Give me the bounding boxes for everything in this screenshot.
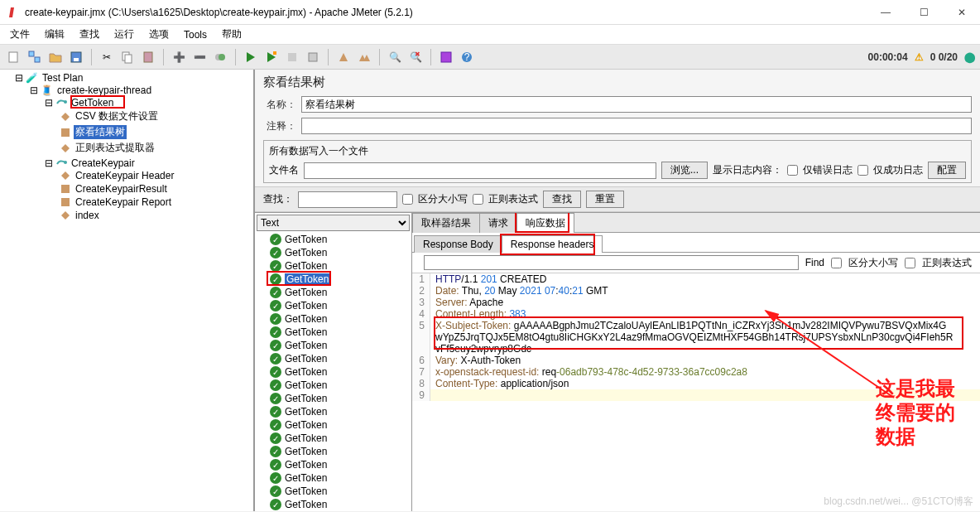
success-icon: ✓ (270, 432, 281, 444)
result-item[interactable]: ✓GetToken (255, 326, 411, 339)
success-icon: ✓ (270, 419, 281, 431)
success-icon: ✓ (270, 287, 281, 298)
clear-all-button[interactable] (355, 48, 373, 66)
find-case-check[interactable] (831, 258, 842, 268)
result-item[interactable]: ✓GetToken (255, 339, 411, 352)
menu-edit[interactable]: 编辑 (38, 26, 71, 43)
success-icon: ✓ (270, 499, 281, 510)
tree-gettoken[interactable]: GetToken (70, 97, 115, 109)
result-item[interactable]: ✓GetToken (255, 273, 411, 286)
result-item[interactable]: ✓GetToken (255, 286, 411, 299)
maximize-button[interactable]: ☐ (912, 7, 935, 18)
tree-csv[interactable]: CSV 数据文件设置 (74, 109, 160, 123)
note-input[interactable] (301, 118, 972, 134)
elapsed-time: 00:00:04 (868, 51, 908, 63)
regex-check[interactable] (473, 194, 483, 205)
clear-button[interactable] (334, 48, 353, 66)
result-item[interactable]: ✓GetToken (255, 418, 411, 432)
success-icon: ✓ (270, 393, 281, 404)
search-button[interactable]: 查找 (543, 191, 581, 208)
result-item[interactable]: ✓GetToken (255, 471, 411, 485)
only-error-check[interactable] (787, 165, 798, 176)
find-regex-check[interactable] (905, 258, 915, 268)
cut-button[interactable]: ✂ (98, 48, 116, 66)
results-list[interactable]: ✓GetToken✓GetToken✓GetToken✓GetToken✓Get… (255, 233, 411, 511)
new-button[interactable] (5, 48, 23, 66)
case-check[interactable] (402, 194, 413, 205)
templates-button[interactable] (26, 48, 44, 66)
only-ok-check[interactable] (858, 165, 868, 176)
result-item[interactable]: ✓GetToken (255, 432, 411, 445)
name-input[interactable] (301, 96, 972, 113)
tab-response[interactable]: 响应数据 (516, 213, 574, 233)
result-item[interactable]: ✓GetToken (255, 365, 411, 379)
paste-button[interactable] (139, 48, 157, 66)
save-button[interactable] (67, 48, 85, 66)
result-item[interactable]: ✓GetToken (255, 445, 411, 458)
tree-ck-header[interactable]: CreateKeypair Header (74, 170, 175, 181)
tree-createkeypair[interactable]: CreateKeypair (70, 157, 137, 169)
menu-help[interactable]: 帮助 (215, 26, 248, 43)
shutdown-button[interactable] (304, 48, 322, 66)
tree-index[interactable]: index (74, 210, 101, 221)
clear-search-button[interactable]: 🔍✖ (406, 48, 425, 66)
browse-button[interactable]: 浏览... (661, 162, 708, 179)
stop-button[interactable] (283, 48, 301, 66)
close-button[interactable]: ✕ (950, 7, 973, 18)
result-item[interactable]: ✓GetToken (255, 485, 411, 498)
config-button[interactable]: 配置 (928, 162, 966, 179)
find-regex-label: 正则表达式 (922, 256, 972, 270)
result-item[interactable]: ✓GetToken (255, 233, 411, 246)
collapse-button[interactable]: ➖ (190, 48, 209, 66)
renderer-select[interactable]: Text (257, 215, 410, 231)
search-input[interactable] (298, 191, 397, 208)
tree-test-plan[interactable]: Test Plan (41, 72, 84, 84)
result-item[interactable]: ✓GetToken (255, 498, 411, 511)
find-input[interactable] (424, 255, 799, 270)
test-plan-tree[interactable]: ⊟🧪Test Plan ⊟🧵create-keypair-thread ⊟Get… (0, 70, 254, 511)
svg-rect-12 (309, 53, 317, 61)
tree-ck-result[interactable]: CreateKeypairResult (74, 183, 169, 195)
expand-button[interactable]: ➕ (170, 48, 188, 66)
tab-sampler[interactable]: 取样器结果 (412, 213, 480, 233)
menu-find[interactable]: 查找 (73, 26, 106, 43)
toolbar: ✂ ➕ ➖ 🔍 🔍✖ ? 00:00:04 ⚠ 0 0/20 ⬤ (0, 45, 980, 70)
svg-rect-7 (144, 52, 152, 62)
svg-rect-20 (61, 198, 70, 206)
open-button[interactable] (46, 48, 65, 66)
menu-run[interactable]: 运行 (108, 26, 141, 43)
tree-thread[interactable]: create-keypair-thread (55, 85, 153, 96)
svg-text:?: ? (464, 51, 470, 63)
toggle-button[interactable] (211, 48, 229, 66)
minimize-button[interactable]: — (874, 7, 897, 18)
reset-button[interactable]: 重置 (586, 191, 624, 208)
svg-rect-17 (61, 128, 70, 137)
copy-button[interactable] (118, 48, 137, 66)
file-input[interactable] (304, 162, 656, 179)
result-item[interactable]: ✓GetToken (255, 299, 411, 312)
result-item[interactable]: ✓GetToken (255, 379, 411, 392)
menu-tools[interactable]: Tools (177, 27, 214, 42)
tab-body[interactable]: Response Body (414, 235, 502, 253)
menu-file[interactable]: 文件 (3, 26, 36, 43)
tab-request[interactable]: 请求 (479, 213, 517, 233)
only-error-label: 仅错误日志 (803, 163, 853, 177)
tree-view-results[interactable]: 察看结果树 (74, 125, 127, 139)
start-notimers-button[interactable] (262, 48, 281, 66)
result-item[interactable]: ✓GetToken (255, 458, 411, 471)
search-button[interactable]: 🔍 (386, 48, 404, 66)
menu-options[interactable]: 选项 (142, 26, 175, 43)
tree-regex[interactable]: 正则表达式提取器 (74, 141, 156, 155)
result-item[interactable]: ✓GetToken (255, 259, 411, 273)
result-item[interactable]: ✓GetToken (255, 392, 411, 405)
start-button[interactable] (242, 48, 260, 66)
result-item[interactable]: ✓GetToken (255, 312, 411, 326)
function-button[interactable] (437, 48, 455, 66)
tab-headers[interactable]: Response headers (502, 235, 603, 253)
help-button[interactable]: ? (458, 48, 476, 66)
result-item[interactable]: ✓GetToken (255, 246, 411, 259)
result-item[interactable]: ✓GetToken (255, 352, 411, 365)
success-icon: ✓ (270, 234, 281, 245)
tree-ck-report[interactable]: CreateKeypair Report (74, 196, 173, 208)
result-item[interactable]: ✓GetToken (255, 405, 411, 418)
